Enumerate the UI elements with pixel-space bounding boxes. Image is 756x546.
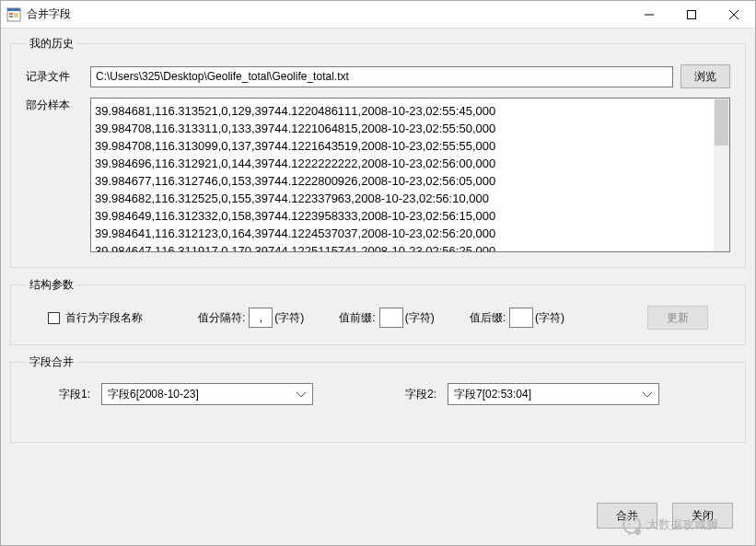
titlebar: 合并字段 <box>1 1 755 29</box>
params-group: 结构参数 首行为字段名称 值分隔符: (字符) 值前缀: (字符) 值后缀 <box>10 277 746 345</box>
watermark: 大数据攻城狮 <box>622 516 718 534</box>
suffix-label: 值后缀: <box>470 310 506 326</box>
history-group: 我的历史 记录文件 浏览 部分样本 39.984681,116.313521,0… <box>10 36 746 268</box>
field2-label: 字段2: <box>390 387 436 402</box>
history-legend: 我的历史 <box>26 36 77 52</box>
svg-rect-1 <box>7 8 20 11</box>
delimiter-unit: (字符) <box>274 310 304 326</box>
close-button[interactable] <box>713 1 755 29</box>
params-legend: 结构参数 <box>26 277 77 293</box>
sample-textarea[interactable]: 39.984681,116.313521,0,129,39744.1220486… <box>90 98 730 252</box>
prefix-input[interactable] <box>379 308 403 328</box>
checkbox-icon <box>48 312 60 324</box>
file-path-input[interactable] <box>90 66 673 87</box>
prefix-label: 值前缀: <box>339 310 375 326</box>
first-row-header-label: 首行为字段名称 <box>65 310 143 326</box>
delimiter-label: 值分隔符: <box>198 310 245 326</box>
field1-label: 字段1: <box>44 387 90 402</box>
field1-combo[interactable]: 字段6[2008-10-23] <box>101 383 313 405</box>
window-controls <box>628 1 755 29</box>
field2-value: 字段7[02:53:04] <box>454 387 531 402</box>
sample-scrollbar[interactable] <box>714 99 729 251</box>
suffix-input[interactable] <box>509 308 533 328</box>
update-button[interactable]: 更新 <box>647 306 708 330</box>
prefix-unit: (字符) <box>405 310 435 326</box>
first-row-header-checkbox[interactable]: 首行为字段名称 <box>48 310 143 326</box>
delimiter-input[interactable] <box>249 308 273 328</box>
browse-button[interactable]: 浏览 <box>680 64 730 88</box>
suffix-unit: (字符) <box>535 310 564 326</box>
file-label: 记录文件 <box>26 69 90 85</box>
merge-legend: 字段合并 <box>26 354 77 370</box>
merge-group: 字段合并 字段1: 字段6[2008-10-23] 字段2: 字段7[02:53… <box>10 354 746 443</box>
content-area: 我的历史 记录文件 浏览 部分样本 39.984681,116.313521,0… <box>1 29 755 545</box>
maximize-button[interactable] <box>670 1 713 29</box>
wechat-icon <box>622 516 641 534</box>
window-title: 合并字段 <box>27 6 628 22</box>
app-window: 合并字段 我的历史 记录文件 浏览 部分样本 39.984681,116.313… <box>0 0 756 546</box>
minimize-button[interactable] <box>628 1 670 29</box>
field2-combo[interactable]: 字段7[02:53:04] <box>448 383 659 405</box>
svg-rect-4 <box>14 13 18 17</box>
sample-label: 部分样本 <box>26 98 90 113</box>
chevron-down-icon <box>294 388 308 401</box>
app-icon <box>6 7 21 22</box>
watermark-text: 大数据攻城狮 <box>646 517 718 533</box>
scrollbar-thumb[interactable] <box>715 99 728 145</box>
svg-rect-3 <box>9 16 13 17</box>
svg-rect-2 <box>9 13 13 15</box>
field1-value: 字段6[2008-10-23] <box>108 387 199 402</box>
chevron-down-icon <box>640 388 655 401</box>
svg-rect-6 <box>688 10 696 18</box>
